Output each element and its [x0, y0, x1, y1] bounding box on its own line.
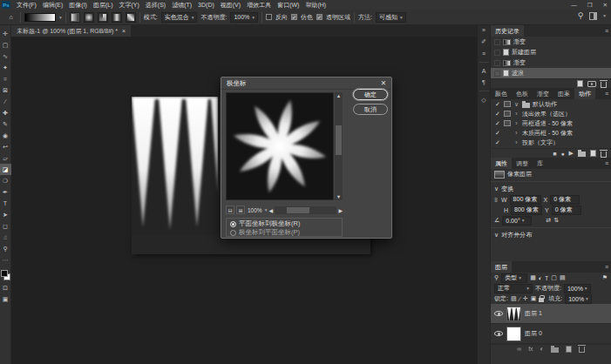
hand-tool-icon[interactable]: ☝: [0, 232, 11, 243]
dither-checkbox[interactable]: ✓: [291, 14, 297, 20]
brush-tool-icon[interactable]: ✎: [0, 118, 11, 130]
color-swatches[interactable]: [0, 269, 11, 282]
new-group-icon[interactable]: [551, 347, 559, 353]
history-item[interactable]: 新建图层: [491, 47, 611, 57]
link-layers-icon[interactable]: ∞: [517, 346, 521, 352]
healing-brush-tool-icon[interactable]: ✚: [0, 107, 11, 118]
action-row[interactable]: ✓ › 投影（文字）: [491, 138, 611, 147]
filter-type-select[interactable]: 类型▾: [501, 273, 527, 283]
scrollbar-thumb[interactable]: [336, 125, 342, 155]
menu-edit[interactable]: 编辑(E): [40, 1, 65, 10]
dialog-toggle-icon[interactable]: [504, 120, 511, 126]
frame-tool-icon[interactable]: ⊠: [0, 84, 11, 96]
history-item[interactable]: 渐变: [491, 57, 611, 68]
filter-shape-icon[interactable]: ▢: [551, 274, 557, 281]
search-icon[interactable]: ⚲: [578, 11, 584, 20]
layer-row[interactable]: 图层 0: [491, 324, 611, 344]
history-source-checkbox[interactable]: [494, 50, 500, 56]
dialog-toggle-off[interactable]: [504, 130, 511, 136]
delete-state-icon[interactable]: [601, 82, 607, 88]
tab-adjustments[interactable]: 调整: [512, 158, 533, 169]
rect-to-polar-option[interactable]: 平面坐标到极坐标(R): [230, 219, 338, 228]
dialog-toggle-icon[interactable]: [504, 111, 511, 117]
document-tab[interactable]: 未标题-1 @ 100% (图层 1, RGB/8#) * ×: [11, 25, 131, 37]
lock-move-icon[interactable]: ✛: [523, 295, 528, 302]
minimize-button[interactable]: —: [571, 2, 577, 8]
fill-select[interactable]: 100%▾: [565, 294, 592, 304]
include-check-icon[interactable]: ✓: [494, 101, 501, 108]
zoom-in-button[interactable]: ⊞: [236, 206, 245, 214]
lock-all-icon[interactable]: [539, 298, 544, 302]
workspace-switcher-icon[interactable]: [589, 12, 597, 20]
visibility-eye-icon[interactable]: [494, 311, 503, 316]
layer-name[interactable]: 图层 1: [525, 309, 542, 318]
menu-layer[interactable]: 图层(L): [91, 1, 116, 10]
action-row[interactable]: ✓ › 木质画框 - 50 像素: [491, 128, 611, 138]
preview-vertical-scrollbar[interactable]: ▲ ▼: [335, 92, 343, 200]
link-dimensions-icon[interactable]: ∞: [493, 198, 499, 202]
x-field[interactable]: 0 像素: [550, 195, 580, 205]
expander-icon[interactable]: ›: [513, 130, 519, 136]
dialog-toggle-icon[interactable]: [504, 101, 511, 107]
mode-select[interactable]: 实色混合▾: [161, 12, 198, 23]
y-field[interactable]: 0 像素: [552, 206, 581, 215]
gradient-tool-icon[interactable]: ◪: [0, 164, 11, 175]
lock-brush-icon[interactable]: ∕: [519, 296, 520, 302]
paragraph-panel-icon[interactable]: ¶: [482, 79, 485, 85]
lock-artboard-icon[interactable]: ▣: [531, 295, 537, 302]
tab-history[interactable]: 历史记录: [491, 25, 524, 37]
include-check-icon[interactable]: ✓: [494, 130, 501, 137]
path-selection-tool-icon[interactable]: ➤: [0, 209, 11, 220]
record-icon[interactable]: ●: [560, 151, 564, 157]
lock-transparent-icon[interactable]: ▨: [511, 295, 517, 302]
chevron-down-icon[interactable]: ▾: [603, 13, 606, 18]
transform-section-header[interactable]: ∨ 变换: [491, 184, 611, 194]
reflected-gradient-button[interactable]: [112, 12, 122, 23]
restore-button[interactable]: ❐: [587, 2, 593, 9]
history-source-checkbox[interactable]: [494, 71, 500, 77]
chevron-down-icon[interactable]: ▾: [59, 15, 62, 20]
home-icon[interactable]: ⌂: [5, 11, 17, 23]
include-check-icon[interactable]: ✓: [494, 120, 501, 127]
brush-settings-icon[interactable]: ✐: [481, 38, 486, 45]
tab-patterns[interactable]: 图案: [553, 88, 574, 99]
new-snapshot-icon[interactable]: [587, 81, 596, 87]
layer-thumbnail[interactable]: [506, 307, 521, 321]
close-button[interactable]: ✕: [603, 2, 608, 9]
edit-toolbar-icon[interactable]: ⋯: [0, 254, 11, 266]
shape-tool-icon[interactable]: ◻: [0, 220, 11, 232]
menu-file[interactable]: 文件(F): [14, 1, 39, 10]
scrollbar-thumb[interactable]: [287, 207, 309, 213]
layer-effects-icon[interactable]: fx: [528, 346, 533, 352]
history-item-selected[interactable]: 波浪: [491, 68, 611, 78]
quick-mask-icon[interactable]: ⊡: [0, 282, 11, 293]
width-field[interactable]: 800 像素: [510, 195, 541, 205]
height-field[interactable]: 800 像素: [511, 206, 542, 215]
collapse-panels-icon[interactable]: »: [482, 27, 485, 33]
screen-mode-icon[interactable]: ▣: [0, 293, 11, 305]
pen-tool-icon[interactable]: ✒: [0, 186, 11, 198]
filter-type-icon[interactable]: T: [545, 275, 548, 281]
action-row[interactable]: ✓ › 淡出效果（选区）: [491, 109, 611, 118]
flip-horizontal-icon[interactable]: ⇄: [546, 217, 551, 224]
panel-menu-icon[interactable]: ≡: [605, 88, 608, 99]
layer-thumbnail[interactable]: [506, 327, 521, 341]
align-section-header[interactable]: ∨ 对齐并分布: [491, 230, 611, 240]
tab-layers[interactable]: 图层: [491, 261, 512, 273]
blend-mode-select[interactable]: 正常▾: [494, 284, 533, 293]
menu-3d[interactable]: 3D(D): [195, 2, 217, 8]
quick-selection-tool-icon[interactable]: ✦: [0, 62, 11, 73]
menu-select[interactable]: 选择(S): [143, 1, 168, 10]
dialog-title-bar[interactable]: 极坐标 ✕: [221, 78, 391, 90]
dialog-close-icon[interactable]: ✕: [381, 79, 386, 87]
angle-gradient-button[interactable]: [98, 12, 108, 23]
filter-pin-icon[interactable]: ⚑: [602, 274, 608, 281]
scroll-up-icon[interactable]: ▲: [336, 93, 341, 98]
zoom-out-button[interactable]: ⊟: [226, 206, 234, 214]
new-set-folder-icon[interactable]: [578, 152, 586, 157]
layer-mask-icon[interactable]: ◐: [540, 346, 544, 352]
radio-icon[interactable]: [230, 230, 236, 236]
tab-actions[interactable]: 动作: [574, 88, 595, 99]
3d-panel-icon[interactable]: ◇: [481, 97, 485, 104]
cancel-button[interactable]: 取消: [353, 104, 388, 115]
